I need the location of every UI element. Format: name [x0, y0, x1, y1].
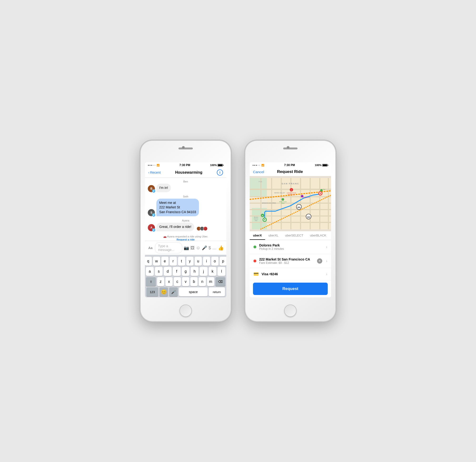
key-g[interactable]: g [182, 267, 190, 276]
power-button-2[interactable] [335, 179, 336, 193]
avatar-seth: S [148, 209, 155, 216]
key-k[interactable]: k [209, 267, 217, 276]
key-numbers[interactable]: 123 [146, 287, 158, 296]
volume-up-button-2[interactable] [244, 174, 245, 183]
signal-area-2: ● ● ● ● ● 📶 [253, 164, 264, 167]
front-camera-2 [287, 146, 289, 149]
mic-button[interactable]: 🎤 [202, 245, 207, 251]
key-h[interactable]: h [191, 267, 198, 276]
key-backspace[interactable]: ⌫ [215, 277, 225, 286]
key-d[interactable]: d [164, 267, 172, 276]
avatar-ben: B [148, 185, 155, 192]
message-input-field[interactable]: Type a message... [155, 243, 182, 253]
reaction-avatars [196, 227, 207, 231]
signal-dot-2-3: ● [256, 164, 257, 166]
info-button[interactable]: i [217, 169, 223, 176]
home-button-1[interactable] [179, 304, 192, 317]
chevron-left-icon: ‹ [148, 171, 149, 174]
font-button[interactable]: Aa [147, 246, 153, 250]
more-button[interactable]: … [212, 245, 217, 251]
tab-uberselect[interactable]: uberSELECT [282, 231, 307, 240]
key-f[interactable]: f [173, 267, 181, 276]
tab-uberxl[interactable]: uberXL [265, 231, 282, 240]
key-x[interactable]: x [165, 277, 172, 286]
dollar-button[interactable]: $ [208, 245, 211, 251]
clear-destination-button[interactable]: ✕ [317, 258, 322, 264]
key-l[interactable]: l [218, 267, 225, 276]
mute-button-2[interactable] [244, 167, 245, 172]
thumbsup-button[interactable]: 👍 [218, 245, 224, 251]
phone-messenger: ● ● ● ● ● 📶 7:30 PM 100% [140, 141, 231, 321]
back-button[interactable]: ‹ Recent [148, 171, 161, 174]
volume-down-button-2[interactable] [244, 185, 245, 198]
tab-uberx[interactable]: uberX [250, 231, 265, 240]
key-keyboard-mic[interactable]: 🎤 [169, 287, 178, 296]
mute-button[interactable] [140, 167, 141, 172]
message-group-seth: Seth S Meet me at222 Market StSan Franci… [148, 195, 223, 217]
system-message: 🚗 Ayana requested a ride using Uber. Req… [148, 234, 223, 241]
bubble-ayana: Great, I'll order a ride! [156, 223, 194, 231]
key-space[interactable]: space [179, 287, 208, 296]
key-w[interactable]: w [153, 257, 160, 266]
key-z[interactable]: z [157, 277, 164, 286]
request-ride-link[interactable]: Request a ride [177, 238, 195, 241]
svg-text:Mission: Mission [254, 217, 258, 218]
key-p[interactable]: p [220, 257, 227, 266]
dropoff-location: 222 Market St San Francisco CA [259, 257, 314, 261]
key-shift[interactable]: ⇧ [146, 277, 156, 286]
messenger-badge-ben [152, 189, 155, 193]
key-e[interactable]: e [161, 257, 169, 266]
key-r[interactable]: r [170, 257, 177, 266]
key-emoji[interactable]: 😊 [160, 287, 168, 296]
image-button[interactable]: 🖼 [190, 245, 195, 251]
payment-row[interactable]: 💳 Visa •9246 › [250, 268, 331, 280]
key-c[interactable]: c [174, 277, 181, 286]
pickup-location: Dolores Park [259, 243, 323, 247]
cancel-button[interactable]: Cancel [253, 170, 264, 174]
tab-uberblack[interactable]: uberBLACK [306, 231, 330, 240]
volume-up-button[interactable] [140, 174, 141, 183]
bubble-ben: I'm in! [156, 184, 171, 192]
request-button[interactable]: Request [253, 283, 328, 295]
tab-more[interactable]: ub... [330, 231, 331, 240]
power-button[interactable] [231, 179, 232, 193]
emoji-button[interactable]: ☺ [196, 245, 200, 251]
dropoff-text: 222 Market St San Francisco CA Fare Esti… [259, 257, 314, 265]
signal-dot-1: ● [148, 164, 149, 166]
key-i[interactable]: i [203, 257, 210, 266]
reaction-avatar-3 [203, 227, 208, 231]
key-j[interactable]: j [200, 267, 208, 276]
key-u[interactable]: u [195, 257, 202, 266]
key-a[interactable]: a [146, 267, 154, 276]
camera-button[interactable]: 📷 [184, 245, 189, 251]
key-n[interactable]: n [199, 277, 206, 286]
svg-text:Market: Market [281, 203, 285, 204]
key-y[interactable]: y [186, 257, 194, 266]
wifi-icon: 📶 [157, 164, 160, 167]
phones-container: ● ● ● ● ● 📶 7:30 PM 100% [140, 141, 336, 321]
ride-options: Dolores Park Pickup in 2 minutes › 222 M… [250, 240, 331, 280]
signal-dot-2-5: ● [259, 164, 260, 166]
dropoff-row[interactable]: 222 Market St San Francisco CA Fare Esti… [250, 254, 331, 268]
map-svg: 101 101 SAN FRANC Park H [250, 176, 331, 231]
home-button-2[interactable] [284, 304, 297, 317]
svg-text:California Pacific: California Pacific [287, 192, 296, 194]
key-s[interactable]: s [155, 267, 163, 276]
key-q[interactable]: q [145, 257, 152, 266]
key-return[interactable]: return [209, 287, 225, 296]
key-m[interactable]: m [207, 277, 214, 286]
messenger-badge-seth [152, 213, 155, 217]
messenger-nav-bar: ‹ Recent Housewarming i [145, 168, 226, 178]
key-v[interactable]: v [182, 277, 189, 286]
pickup-row[interactable]: Dolores Park Pickup in 2 minutes › [250, 240, 331, 254]
messenger-badge-ayana [152, 228, 155, 232]
volume-down-button[interactable] [140, 185, 141, 198]
key-t[interactable]: t [178, 257, 185, 266]
phone-uber: ● ● ● ● ● 📶 7:30 PM 100% C [245, 141, 336, 321]
signal-dot-2-1: ● [253, 164, 254, 166]
message-row-seth: S Meet me at222 Market StSan Francisco C… [148, 199, 223, 217]
signal-dot-2: ● [149, 164, 151, 166]
key-b[interactable]: b [190, 277, 197, 286]
svg-text:Whole Foods: Whole Foods [279, 201, 287, 202]
key-o[interactable]: o [211, 257, 219, 266]
